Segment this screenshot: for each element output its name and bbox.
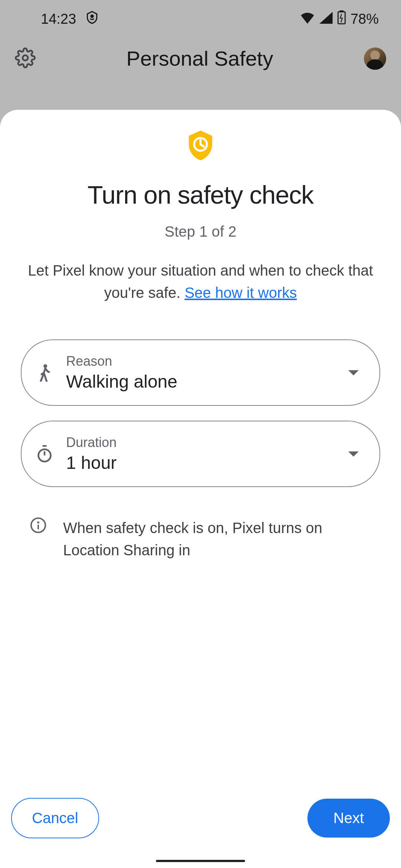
chevron-down-icon <box>348 451 359 457</box>
cancel-button[interactable]: Cancel <box>11 798 99 838</box>
status-time: 14:23 <box>41 11 76 27</box>
see-how-it-works-link[interactable]: See how it works <box>185 285 297 301</box>
duration-label: Duration <box>66 435 359 450</box>
duration-value: 1 hour <box>66 453 359 473</box>
svg-point-5 <box>43 364 47 368</box>
next-button[interactable]: Next <box>307 799 390 838</box>
svg-point-3 <box>23 55 28 60</box>
walking-icon <box>36 365 53 381</box>
info-text: When safety check is on, Pixel turns on … <box>63 517 371 561</box>
button-row: Cancel Next <box>11 798 390 838</box>
reason-value: Walking alone <box>66 371 359 392</box>
avatar[interactable] <box>364 47 386 70</box>
sheet-description: Let Pixel know your situation and when t… <box>21 259 380 304</box>
sheet-title: Turn on safety check <box>21 180 380 209</box>
step-indicator: Step 1 of 2 <box>21 223 380 240</box>
shield-icon <box>85 10 99 28</box>
nav-handle[interactable] <box>156 860 245 862</box>
safety-shield-icon <box>21 131 380 160</box>
reason-label: Reason <box>66 354 359 369</box>
gear-icon[interactable] <box>15 47 36 70</box>
svg-rect-2 <box>340 10 343 12</box>
status-bar: 14:23 78 <box>0 0 401 32</box>
app-title: Personal Safety <box>36 46 364 70</box>
app-header: Personal Safety <box>0 32 401 85</box>
duration-dropdown[interactable]: Duration 1 hour <box>21 421 380 487</box>
wifi-icon <box>300 11 315 27</box>
safety-check-sheet: Turn on safety check Step 1 of 2 Let Pix… <box>0 110 401 868</box>
cell-signal-icon <box>319 11 333 27</box>
svg-point-0 <box>91 15 93 17</box>
info-row: When safety check is on, Pixel turns on … <box>21 517 380 561</box>
battery-icon <box>337 10 346 28</box>
reason-dropdown[interactable]: Reason Walking alone <box>21 339 380 406</box>
timer-icon <box>36 446 53 462</box>
battery-percent: 78% <box>351 11 379 27</box>
info-icon <box>30 517 47 535</box>
chevron-down-icon <box>348 370 359 375</box>
